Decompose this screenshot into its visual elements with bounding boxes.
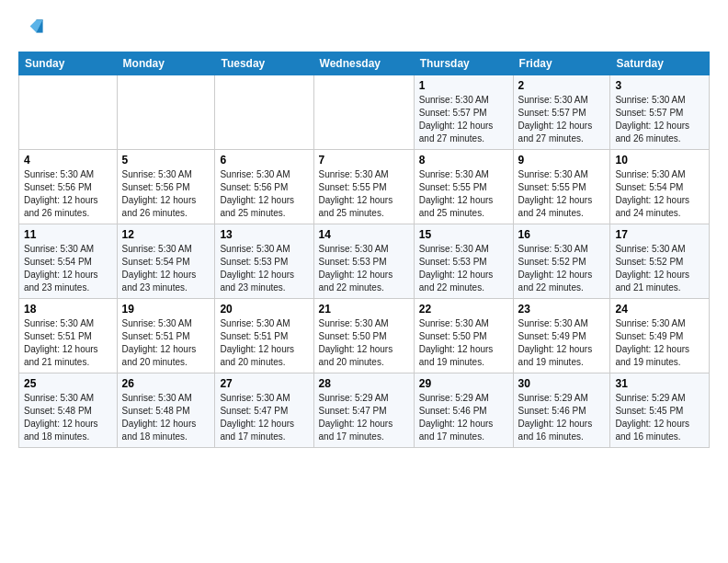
day-detail: Sunrise: 5:30 AM Sunset: 5:54 PM Dayligh… xyxy=(24,243,112,294)
logo-icon xyxy=(18,15,44,40)
day-detail: Sunrise: 5:30 AM Sunset: 5:52 PM Dayligh… xyxy=(518,243,606,294)
day-cell: 3Sunrise: 5:30 AM Sunset: 5:57 PM Daylig… xyxy=(610,75,710,150)
day-cell: 1Sunrise: 5:30 AM Sunset: 5:57 PM Daylig… xyxy=(414,75,513,150)
col-header-thursday: Thursday xyxy=(414,52,513,75)
day-cell: 28Sunrise: 5:29 AM Sunset: 5:47 PM Dayli… xyxy=(313,373,414,448)
day-number: 31 xyxy=(615,377,704,390)
day-cell: 18Sunrise: 5:30 AM Sunset: 5:51 PM Dayli… xyxy=(19,299,118,373)
day-number: 3 xyxy=(615,79,704,92)
day-cell: 12Sunrise: 5:30 AM Sunset: 5:54 PM Dayli… xyxy=(117,224,215,299)
day-detail: Sunrise: 5:30 AM Sunset: 5:50 PM Dayligh… xyxy=(419,317,508,369)
day-detail: Sunrise: 5:30 AM Sunset: 5:56 PM Dayligh… xyxy=(24,168,112,220)
day-detail: Sunrise: 5:30 AM Sunset: 5:54 PM Dayligh… xyxy=(615,168,704,220)
day-number: 21 xyxy=(319,303,409,316)
day-cell: 2Sunrise: 5:30 AM Sunset: 5:57 PM Daylig… xyxy=(513,75,610,150)
day-number: 15 xyxy=(419,228,508,241)
day-number: 8 xyxy=(419,154,508,167)
day-detail: Sunrise: 5:30 AM Sunset: 5:49 PM Dayligh… xyxy=(615,317,704,369)
day-cell: 22Sunrise: 5:30 AM Sunset: 5:50 PM Dayli… xyxy=(414,299,513,373)
day-cell: 11Sunrise: 5:30 AM Sunset: 5:54 PM Dayli… xyxy=(19,224,118,299)
day-number: 19 xyxy=(122,303,210,316)
logo xyxy=(18,15,48,40)
day-detail: Sunrise: 5:30 AM Sunset: 5:53 PM Dayligh… xyxy=(319,243,409,294)
day-cell: 8Sunrise: 5:30 AM Sunset: 5:55 PM Daylig… xyxy=(414,150,513,224)
col-header-tuesday: Tuesday xyxy=(215,52,313,75)
day-cell: 6Sunrise: 5:30 AM Sunset: 5:56 PM Daylig… xyxy=(215,150,313,224)
day-number: 10 xyxy=(615,154,704,167)
day-number: 25 xyxy=(24,377,112,390)
header-row: SundayMondayTuesdayWednesdayThursdayFrid… xyxy=(19,52,710,75)
day-number: 6 xyxy=(220,154,308,167)
page: SundayMondayTuesdayWednesdayThursdayFrid… xyxy=(0,0,728,459)
day-cell: 26Sunrise: 5:30 AM Sunset: 5:48 PM Dayli… xyxy=(117,373,215,448)
day-number: 20 xyxy=(220,303,308,316)
day-detail: Sunrise: 5:30 AM Sunset: 5:55 PM Dayligh… xyxy=(419,168,508,220)
day-number: 26 xyxy=(122,377,210,390)
day-cell: 30Sunrise: 5:29 AM Sunset: 5:46 PM Dayli… xyxy=(513,373,610,448)
day-number: 18 xyxy=(24,303,112,316)
week-row-2: 4Sunrise: 5:30 AM Sunset: 5:56 PM Daylig… xyxy=(19,150,710,224)
day-cell: 20Sunrise: 5:30 AM Sunset: 5:51 PM Dayli… xyxy=(215,299,313,373)
day-number: 12 xyxy=(122,228,210,241)
day-detail: Sunrise: 5:30 AM Sunset: 5:55 PM Dayligh… xyxy=(518,168,606,220)
col-header-friday: Friday xyxy=(513,52,610,75)
day-number: 28 xyxy=(319,377,409,390)
day-detail: Sunrise: 5:30 AM Sunset: 5:55 PM Dayligh… xyxy=(319,168,409,220)
day-cell xyxy=(19,75,118,150)
day-number: 14 xyxy=(319,228,409,241)
day-detail: Sunrise: 5:30 AM Sunset: 5:51 PM Dayligh… xyxy=(24,317,112,369)
day-detail: Sunrise: 5:30 AM Sunset: 5:51 PM Dayligh… xyxy=(220,317,308,369)
day-detail: Sunrise: 5:30 AM Sunset: 5:57 PM Dayligh… xyxy=(518,94,606,145)
day-number: 4 xyxy=(24,154,112,167)
day-number: 29 xyxy=(419,377,508,390)
day-detail: Sunrise: 5:30 AM Sunset: 5:48 PM Dayligh… xyxy=(122,392,210,443)
day-detail: Sunrise: 5:30 AM Sunset: 5:52 PM Dayligh… xyxy=(615,243,704,294)
day-number: 16 xyxy=(518,228,606,241)
day-detail: Sunrise: 5:30 AM Sunset: 5:51 PM Dayligh… xyxy=(122,317,210,369)
day-cell xyxy=(215,75,313,150)
day-detail: Sunrise: 5:30 AM Sunset: 5:50 PM Dayligh… xyxy=(319,317,409,369)
day-number: 30 xyxy=(518,377,606,390)
day-number: 27 xyxy=(220,377,308,390)
day-number: 22 xyxy=(419,303,508,316)
week-row-4: 18Sunrise: 5:30 AM Sunset: 5:51 PM Dayli… xyxy=(19,299,710,373)
header xyxy=(18,15,710,40)
day-detail: Sunrise: 5:30 AM Sunset: 5:54 PM Dayligh… xyxy=(122,243,210,294)
day-cell: 21Sunrise: 5:30 AM Sunset: 5:50 PM Dayli… xyxy=(313,299,414,373)
day-cell: 25Sunrise: 5:30 AM Sunset: 5:48 PM Dayli… xyxy=(19,373,118,448)
day-cell: 9Sunrise: 5:30 AM Sunset: 5:55 PM Daylig… xyxy=(513,150,610,224)
day-cell: 14Sunrise: 5:30 AM Sunset: 5:53 PM Dayli… xyxy=(313,224,414,299)
day-detail: Sunrise: 5:29 AM Sunset: 5:45 PM Dayligh… xyxy=(615,392,704,443)
week-row-1: 1Sunrise: 5:30 AM Sunset: 5:57 PM Daylig… xyxy=(19,75,710,150)
day-number: 13 xyxy=(220,228,308,241)
day-cell: 13Sunrise: 5:30 AM Sunset: 5:53 PM Dayli… xyxy=(215,224,313,299)
day-cell: 23Sunrise: 5:30 AM Sunset: 5:49 PM Dayli… xyxy=(513,299,610,373)
week-row-5: 25Sunrise: 5:30 AM Sunset: 5:48 PM Dayli… xyxy=(19,373,710,448)
day-number: 23 xyxy=(518,303,606,316)
day-cell: 7Sunrise: 5:30 AM Sunset: 5:55 PM Daylig… xyxy=(313,150,414,224)
col-header-saturday: Saturday xyxy=(610,52,710,75)
day-number: 17 xyxy=(615,228,704,241)
day-cell: 24Sunrise: 5:30 AM Sunset: 5:49 PM Dayli… xyxy=(610,299,710,373)
day-cell: 15Sunrise: 5:30 AM Sunset: 5:53 PM Dayli… xyxy=(414,224,513,299)
day-cell: 16Sunrise: 5:30 AM Sunset: 5:52 PM Dayli… xyxy=(513,224,610,299)
day-detail: Sunrise: 5:30 AM Sunset: 5:57 PM Dayligh… xyxy=(419,94,508,145)
col-header-wednesday: Wednesday xyxy=(313,52,414,75)
day-detail: Sunrise: 5:30 AM Sunset: 5:53 PM Dayligh… xyxy=(419,243,508,294)
day-detail: Sunrise: 5:29 AM Sunset: 5:46 PM Dayligh… xyxy=(419,392,508,443)
day-cell xyxy=(117,75,215,150)
day-number: 9 xyxy=(518,154,606,167)
day-cell: 5Sunrise: 5:30 AM Sunset: 5:56 PM Daylig… xyxy=(117,150,215,224)
day-detail: Sunrise: 5:30 AM Sunset: 5:53 PM Dayligh… xyxy=(220,243,308,294)
week-row-3: 11Sunrise: 5:30 AM Sunset: 5:54 PM Dayli… xyxy=(19,224,710,299)
day-cell: 4Sunrise: 5:30 AM Sunset: 5:56 PM Daylig… xyxy=(19,150,118,224)
day-detail: Sunrise: 5:30 AM Sunset: 5:56 PM Dayligh… xyxy=(122,168,210,220)
day-cell: 10Sunrise: 5:30 AM Sunset: 5:54 PM Dayli… xyxy=(610,150,710,224)
day-detail: Sunrise: 5:30 AM Sunset: 5:48 PM Dayligh… xyxy=(24,392,112,443)
day-number: 5 xyxy=(122,154,210,167)
calendar-table: SundayMondayTuesdayWednesdayThursdayFrid… xyxy=(18,52,710,448)
day-cell: 19Sunrise: 5:30 AM Sunset: 5:51 PM Dayli… xyxy=(117,299,215,373)
day-detail: Sunrise: 5:29 AM Sunset: 5:46 PM Dayligh… xyxy=(518,392,606,443)
day-cell: 17Sunrise: 5:30 AM Sunset: 5:52 PM Dayli… xyxy=(610,224,710,299)
day-cell xyxy=(313,75,414,150)
